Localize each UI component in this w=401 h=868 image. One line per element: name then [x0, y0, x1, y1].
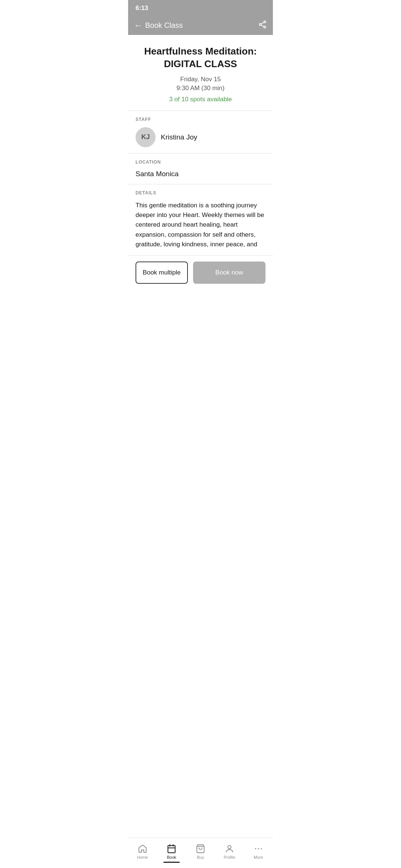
staff-name: Kristina Joy: [161, 133, 197, 141]
svg-point-0: [264, 21, 266, 23]
details-label: DETAILS: [136, 190, 265, 195]
nav-left: ← Book Class: [134, 21, 183, 30]
back-icon[interactable]: ←: [134, 21, 142, 30]
staff-initials: KJ: [141, 133, 150, 141]
svg-line-4: [261, 25, 264, 26]
book-multiple-button[interactable]: Book multiple: [136, 262, 188, 284]
status-bar: 6:13: [128, 0, 273, 16]
status-time: 6:13: [136, 4, 148, 12]
class-title: Heartfulness Meditation: DIGITAL CLASS: [136, 45, 265, 70]
svg-line-3: [261, 22, 264, 24]
details-section: DETAILS This gentle meditation is a soot…: [128, 184, 273, 256]
staff-section: STAFF KJ Kristina Joy: [128, 111, 273, 154]
buttons-row: Book multiple Book now: [128, 256, 273, 291]
nav-title: Book Class: [145, 21, 183, 30]
nav-bar: ← Book Class: [128, 16, 273, 35]
book-now-button[interactable]: Book now: [193, 262, 265, 284]
share-icon[interactable]: [258, 20, 267, 31]
class-header: Heartfulness Meditation: DIGITAL CLASS F…: [128, 35, 273, 111]
details-text: This gentle meditation is a soothing jou…: [136, 201, 265, 250]
staff-row: KJ Kristina Joy: [136, 127, 265, 147]
staff-avatar: KJ: [136, 127, 156, 147]
svg-point-1: [260, 23, 261, 25]
svg-point-2: [264, 26, 266, 28]
class-spots: 3 of 10 spots available: [136, 96, 265, 103]
location-label: LOCATION: [136, 160, 265, 165]
class-date: Friday, Nov 15: [136, 76, 265, 83]
class-time: 9:30 AM (30 min): [136, 85, 265, 92]
staff-label: STAFF: [136, 117, 265, 122]
main-content: Heartfulness Meditation: DIGITAL CLASS F…: [128, 35, 273, 291]
location-section: LOCATION Santa Monica: [128, 154, 273, 184]
location-name: Santa Monica: [136, 170, 265, 178]
